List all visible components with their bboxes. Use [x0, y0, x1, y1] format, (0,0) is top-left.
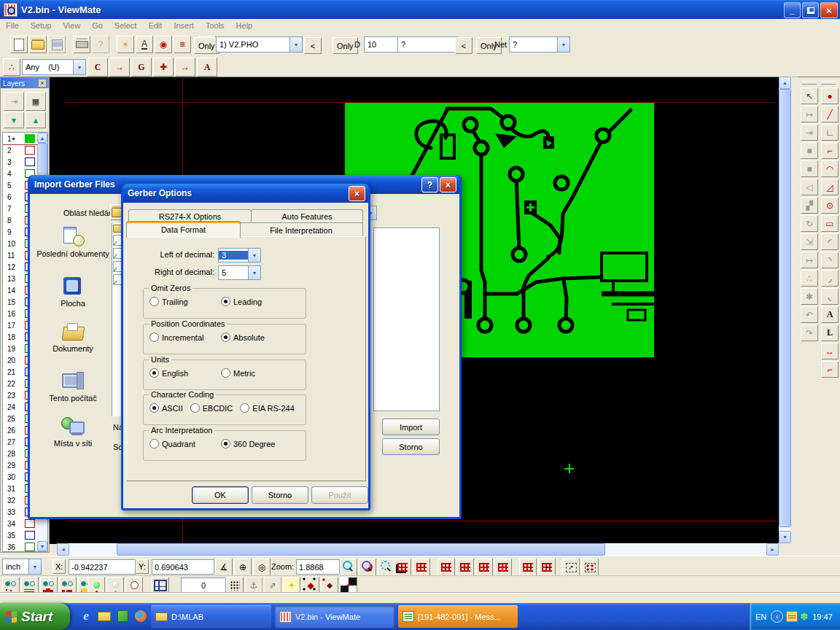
- menu-go[interactable]: Go: [86, 20, 109, 31]
- pointer-tool-button[interactable]: ↖: [801, 88, 818, 104]
- ok-button[interactable]: OK: [192, 486, 249, 504]
- y-coordinate-button[interactable]: Y:: [136, 559, 149, 574]
- dcode-filter-input[interactable]: ?: [397, 36, 459, 52]
- show-poly-layer-button[interactable]: ◆: [321, 577, 338, 594]
- import-dialog-close-button[interactable]: ×: [440, 177, 456, 192]
- layer-color-swatch[interactable]: [25, 134, 35, 143]
- restore-button[interactable]: [802, 2, 819, 18]
- unit-combobox[interactable]: inch ▼: [2, 559, 42, 575]
- toolbar-grip[interactable]: [802, 81, 817, 85]
- radio-option-360-degree[interactable]: 360 Degree: [221, 439, 285, 448]
- draw-pad-button[interactable]: ●: [821, 88, 839, 104]
- layer-color-swatch[interactable]: [25, 519, 35, 528]
- vertical-scrollbar[interactable]: ▲ ▼: [779, 77, 791, 543]
- gerber-options-close-button[interactable]: ×: [349, 186, 365, 201]
- show-trace-layer-button[interactable]: •: [340, 577, 357, 594]
- menu-file[interactable]: File: [0, 20, 25, 31]
- menu-view[interactable]: View: [57, 20, 86, 31]
- draw-dimension-button[interactable]: ↔: [821, 343, 839, 359]
- show-pad-layer-button[interactable]: ◆: [302, 577, 319, 594]
- menu-tools[interactable]: Tools: [200, 20, 230, 31]
- quicklaunch-firefox[interactable]: [133, 609, 148, 623]
- goto-next-button[interactable]: →: [109, 58, 130, 77]
- draw-rectangle-button[interactable]: ▭: [821, 215, 839, 232]
- probe-button[interactable]: ◎: [253, 559, 271, 576]
- menu-setup[interactable]: Setup: [25, 20, 58, 31]
- radio-option-english[interactable]: English: [149, 368, 214, 378]
- highlight-off-button[interactable]: [106, 577, 124, 594]
- radio-button[interactable]: [190, 403, 200, 413]
- highlight-on-button[interactable]: [88, 577, 105, 594]
- import-cancel-button[interactable]: Storno: [382, 438, 440, 455]
- scroll-up-button[interactable]: ▲: [779, 77, 791, 89]
- prev-layer-button[interactable]: <: [304, 37, 322, 54]
- quicklaunch-folder[interactable]: [97, 609, 112, 623]
- layer-color-swatch[interactable]: [25, 158, 35, 166]
- pan-down-button[interactable]: ↓: [475, 559, 493, 576]
- layer-combobox[interactable]: 1) V2.PHO ▼: [216, 36, 303, 52]
- layer-down-button[interactable]: ▼: [4, 112, 24, 128]
- dialog-help-button[interactable]: ?: [421, 177, 438, 192]
- layer-scroll-up-button[interactable]: ▲: [37, 133, 47, 143]
- radio-option-trailing[interactable]: Trailing: [149, 297, 214, 306]
- open-file-button[interactable]: [29, 36, 47, 53]
- tray-notes-icon[interactable]: [786, 611, 798, 622]
- counter-field[interactable]: 0: [181, 578, 226, 593]
- layer-film-button[interactable]: ▦: [26, 92, 46, 111]
- draw-arc-guide-button[interactable]: ◠: [821, 160, 839, 177]
- layer-color-swatch[interactable]: [25, 531, 35, 540]
- pan-left-button[interactable]: ←: [438, 559, 455, 576]
- tray-icq-icon[interactable]: ✽: [800, 611, 808, 622]
- zoom-in-button[interactable]: [340, 559, 357, 576]
- draw-corner2-button[interactable]: ⌐: [821, 361, 839, 378]
- prev-dcode-button[interactable]: <: [455, 37, 472, 54]
- place-desktop[interactable]: Plocha: [36, 276, 110, 308]
- highlight-outline-button[interactable]: [125, 577, 143, 594]
- radio-button[interactable]: [221, 439, 230, 448]
- radio-option-eia-rs-244[interactable]: EIA RS-244: [240, 403, 294, 413]
- select-flash-button[interactable]: ✚: [153, 58, 174, 77]
- layers-panel-titlebar[interactable]: Layers ×: [1, 78, 49, 88]
- view-dotline-button[interactable]: [59, 577, 77, 594]
- grid-paste-button[interactable]: ▪: [538, 559, 556, 576]
- scroll-down-button[interactable]: ▼: [779, 531, 791, 543]
- draw-triangle-button[interactable]: ◿: [821, 179, 839, 195]
- draw-text-button[interactable]: A: [821, 306, 839, 323]
- layer-color-swatch[interactable]: [25, 146, 35, 155]
- origin-target-button[interactable]: ⊕: [234, 559, 252, 576]
- tray-collapse-button[interactable]: ‹: [771, 610, 783, 623]
- import-button[interactable]: Import: [382, 419, 440, 435]
- minimize-button[interactable]: _: [784, 2, 801, 18]
- scroll-right-button[interactable]: ►: [766, 543, 779, 556]
- select-component-button[interactable]: C: [88, 58, 108, 77]
- radio-option-ascii[interactable]: ASCII: [149, 403, 183, 413]
- task-viewmate[interactable]: V2.bin - ViewMate: [275, 605, 394, 628]
- draw-circle-button[interactable]: ⊙: [821, 197, 839, 214]
- grid-toggle-button[interactable]: [413, 559, 430, 576]
- vertical-scroll-thumb[interactable]: [779, 89, 791, 527]
- draw-corner-button[interactable]: ∟: [821, 124, 839, 141]
- view-shapes-button[interactable]: [40, 577, 58, 594]
- place-computer[interactable]: Tento počítač: [36, 370, 110, 403]
- radio-button[interactable]: [221, 332, 230, 342]
- radio-button[interactable]: [149, 403, 159, 413]
- draw-arc-tr-button[interactable]: ◝: [821, 252, 839, 268]
- zoom-highlight-button[interactable]: [359, 559, 376, 576]
- dcode-marker-button[interactable]: ◉: [155, 36, 172, 53]
- tab-data-format[interactable]: Data Format: [126, 221, 241, 238]
- pan-right-button[interactable]: →: [456, 559, 474, 576]
- left-of-decimal-combobox[interactable]: 3 ▼: [218, 248, 260, 261]
- view-traces-button[interactable]: [21, 577, 39, 594]
- view-pads-button[interactable]: [2, 577, 20, 594]
- item-type-combobox[interactable]: Any (U) ▼: [22, 59, 86, 75]
- layer-up-button[interactable]: ▲: [26, 112, 46, 128]
- radio-option-absolute[interactable]: Absolute: [221, 332, 285, 342]
- quicklaunch-book[interactable]: [115, 609, 130, 623]
- radio-button[interactable]: [149, 332, 159, 342]
- scroll-left-button[interactable]: ◄: [57, 543, 69, 556]
- gerber-options-titlebar[interactable]: Gerber Options ×: [123, 184, 368, 203]
- task-messenger[interactable]: [191-482-091] - Mess...: [398, 605, 518, 628]
- radio-button[interactable]: [149, 439, 159, 448]
- stretch-box-button[interactable]: ↗: [562, 559, 580, 576]
- cancel-button[interactable]: Storno: [252, 486, 308, 504]
